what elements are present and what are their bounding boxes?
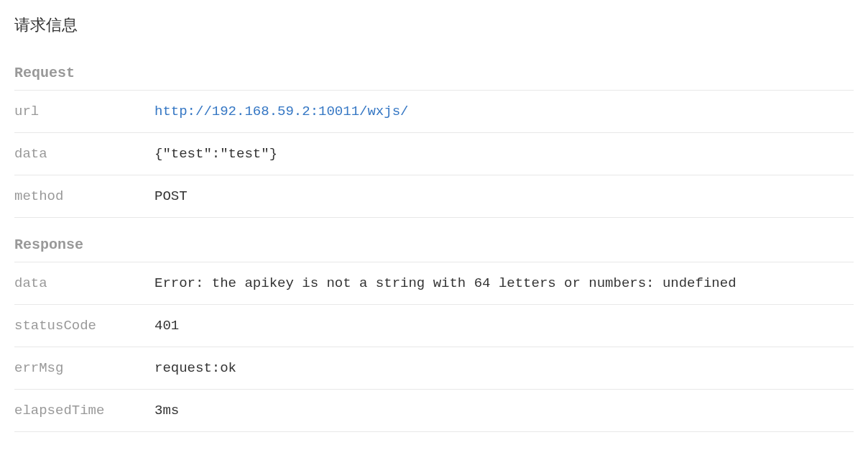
request-method-key: method [14,188,154,204]
response-data-key: data [14,275,154,291]
response-section-header: Response [14,228,854,262]
response-statuscode-key: statusCode [14,318,154,334]
response-errmsg-value: request:ok [154,360,236,376]
request-method-value: POST [154,188,188,204]
response-elapsedtime-key: elapsedTime [14,403,154,418]
response-errmsg-key: errMsg [14,360,154,376]
response-data-value: Error: the apikey is not a string with 6… [154,275,737,291]
response-elapsedtime-row: elapsedTime 3ms [14,390,854,432]
request-section-header: Request [14,56,854,91]
response-statuscode-value: 401 [154,318,179,334]
section-spacer [14,218,854,228]
request-info-panel: 请求信息 Request url http://192.168.59.2:100… [14,14,854,432]
response-elapsedtime-value: 3ms [154,403,179,418]
request-data-key: data [14,146,154,162]
request-url-row: url http://192.168.59.2:10011/wxjs/ [14,91,854,133]
response-errmsg-row: errMsg request:ok [14,347,854,390]
response-statuscode-row: statusCode 401 [14,305,854,347]
response-data-row: data Error: the apikey is not a string w… [14,262,854,305]
panel-title: 请求信息 [14,14,854,36]
request-data-row: data {"test":"test"} [14,133,854,175]
request-url-value[interactable]: http://192.168.59.2:10011/wxjs/ [154,104,408,119]
request-method-row: method POST [14,175,854,218]
request-url-key: url [14,104,154,119]
request-data-value: {"test":"test"} [154,146,277,162]
